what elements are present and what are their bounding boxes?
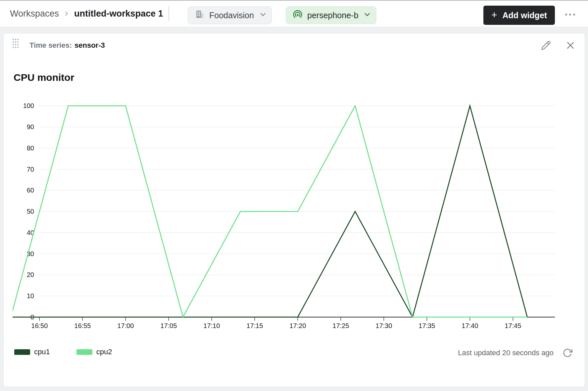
refresh-icon (563, 348, 572, 358)
ellipsis-icon (565, 14, 567, 16)
organization-selector[interactable]: Foodavision (188, 6, 272, 24)
breadcrumb-workspaces[interactable]: Workspaces (10, 9, 59, 19)
device-label: persephone-b (307, 11, 358, 20)
y-tick-label: 10 (27, 292, 34, 300)
x-tick-label: 16:50 (31, 322, 48, 329)
broadcast-icon (293, 10, 303, 21)
x-tick-label: 17:35 (418, 322, 435, 329)
x-tick-label: 17:40 (462, 322, 478, 329)
chevron-right-icon (63, 10, 70, 17)
legend-item-cpu2[interactable]: cpu2 (76, 348, 112, 356)
chevron-down-icon (363, 10, 371, 20)
y-tick-label: 20 (27, 271, 34, 278)
workspace-name-input[interactable]: untitled-workspace 1 (74, 9, 163, 19)
legend-swatch (76, 349, 92, 355)
x-tick-label: 16:55 (74, 322, 91, 329)
x-tick-label: 17:45 (505, 322, 521, 329)
y-tick-label: 90 (27, 123, 34, 131)
add-widget-button[interactable]: + Add widget (483, 6, 555, 25)
legend-label: cpu1 (34, 348, 50, 356)
y-tick-label: 70 (27, 166, 34, 173)
app-window: Workspaces untitled-workspace 1 (0, 0, 588, 391)
device-selector[interactable]: persephone-b (286, 6, 376, 24)
last-updated-text: Last updated 20 seconds ago (458, 349, 554, 357)
building-icon (195, 10, 205, 21)
chart-legend: cpu1 cpu2 (14, 348, 112, 356)
legend-swatch (14, 349, 30, 355)
chevron-down-icon (259, 10, 267, 20)
x-tick-label: 17:00 (117, 322, 134, 329)
add-widget-label: Add widget (502, 11, 547, 20)
legend-label: cpu2 (96, 348, 112, 356)
x-tick-label: 17:10 (203, 322, 220, 329)
text-cursor (169, 6, 169, 21)
y-tick-label: 100 (23, 102, 34, 109)
x-tick-label: 17:20 (289, 322, 306, 329)
organization-label: Foodavision (209, 11, 254, 20)
plus-icon: + (491, 10, 497, 20)
breadcrumb: Workspaces untitled-workspace 1 (10, 1, 169, 27)
widget-card: Time series: sensor-3 CPU monitor 16:501… (3, 33, 585, 387)
y-tick-label: 60 (27, 187, 34, 194)
legend-item-cpu1[interactable]: cpu1 (14, 348, 50, 356)
chart-canvas: 16:5016:5517:0017:0517:1017:1517:2017:25… (4, 33, 585, 387)
y-tick-label: 80 (27, 144, 34, 152)
last-updated-area: Last updated 20 seconds ago (458, 346, 573, 360)
y-tick-label: 50 (27, 208, 34, 215)
x-tick-label: 17:25 (332, 322, 349, 329)
x-tick-label: 17:05 (160, 322, 177, 329)
topbar: Workspaces untitled-workspace 1 (0, 1, 588, 27)
x-tick-label: 17:15 (246, 322, 263, 329)
more-options-button[interactable] (562, 10, 578, 19)
x-tick-label: 17:30 (375, 322, 392, 329)
refresh-button[interactable] (562, 348, 573, 358)
